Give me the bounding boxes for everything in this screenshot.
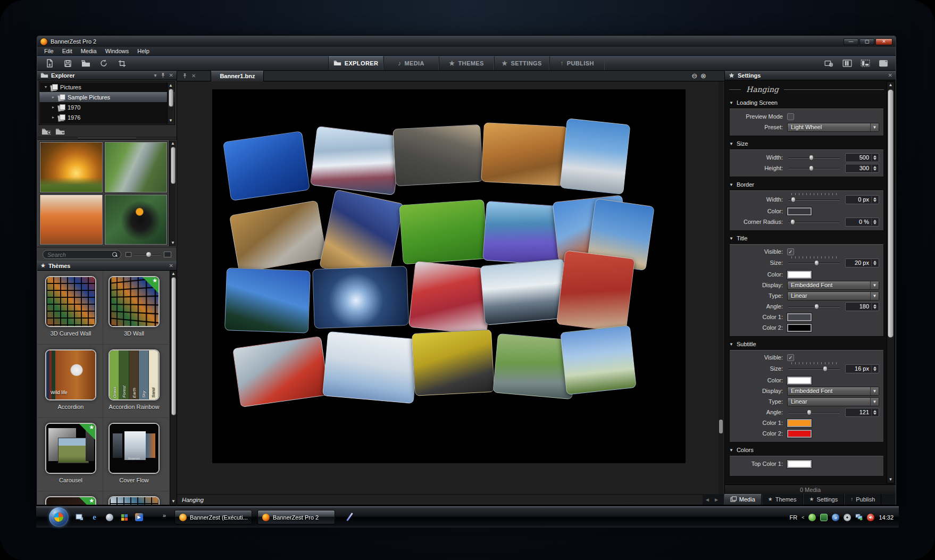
expander-closed-icon[interactable]: ▸ [51,105,55,110]
top-color1-swatch[interactable] [787,460,812,468]
title-color1-swatch[interactable] [787,313,812,321]
corner-radius-spinbox[interactable]: 0 % [845,218,879,227]
slider-handle[interactable] [791,197,796,203]
section-title[interactable]: ▼ Title [729,233,884,244]
thumbnail-size-slider[interactable] [126,252,171,257]
slider-handle[interactable] [790,219,795,225]
tray-network-icon[interactable] [855,514,863,521]
slider-handle[interactable] [814,260,819,266]
tray-disc-icon[interactable] [844,514,851,521]
tray-blue-a-icon[interactable]: a [832,514,839,521]
single-panel-toggle[interactable] [875,57,891,69]
slider-handle[interactable] [823,366,828,372]
add-folder-button[interactable] [41,128,52,135]
tab-settings[interactable]: ★ SETTINGS [494,56,549,70]
thumbnail-autumn-tree[interactable] [40,142,103,193]
title-color2-swatch[interactable] [787,324,812,332]
subtitle-size-spinbox[interactable]: 16 px [845,364,879,373]
start-button[interactable] [49,507,69,527]
border-color-swatch[interactable] [787,207,812,215]
menu-help[interactable]: Help [133,47,153,55]
tree-item-1976[interactable]: ▸ 1976 [39,112,174,122]
thumbnails-scrollbar[interactable]: ▲ ▼ [169,140,176,246]
collapse-triangle-icon[interactable]: ▼ [729,101,733,105]
theme-3d-wall[interactable]: 3D Wall [105,276,163,337]
banner-preview[interactable] [212,89,686,463]
section-border[interactable]: ▼ Border [729,179,884,190]
close-tab-icon[interactable]: ✕ [191,73,196,79]
collapse-preview-icon[interactable]: ⊖ [691,72,697,80]
border-width-slider[interactable] [788,196,840,203]
explorer-close-icon[interactable]: ✕ [169,73,173,78]
scroll-down-icon[interactable]: ▼ [169,118,173,124]
slider-handle[interactable] [807,409,812,415]
scroll-up-icon[interactable]: ▲ [171,271,176,277]
expander-closed-icon[interactable]: ▸ [51,95,55,99]
tree-item-pictures[interactable]: ▾ Pictures [39,82,174,92]
search-input[interactable] [46,251,112,258]
tray-green-square-icon[interactable] [820,514,828,521]
tab-media[interactable]: ♪ MEDIA [383,56,439,70]
border-width-spinbox[interactable]: 0 px [845,195,879,204]
subtitle-color-swatch[interactable] [787,377,812,385]
bottom-tab-publish[interactable]: ↑ Publish [844,494,881,505]
pin-icon[interactable] [182,73,187,79]
document-tab[interactable]: Banner1.bnz [211,71,264,81]
tabs-prev-icon[interactable]: ◄ [705,497,710,503]
collapse-triangle-icon[interactable]: ▼ [729,141,733,146]
tray-volume-muted-icon[interactable] [867,514,874,521]
scroll-down-icon[interactable]: ▼ [171,240,175,246]
title-display-dropdown[interactable]: Embedded Font▼ [787,281,879,290]
themes-scrollbar[interactable]: ▲ ▼ [170,271,177,505]
corner-radius-slider[interactable] [788,218,840,225]
scroll-down-icon[interactable]: ▼ [171,498,176,505]
tab-themes[interactable]: ★ THEMES [439,56,494,70]
title-color-swatch[interactable] [787,271,812,279]
slider-handle[interactable] [809,165,814,171]
preset-dropdown[interactable]: Light Wheel ▼ [787,123,879,132]
close-button[interactable]: ✕ [875,38,892,45]
scrollbar-thumb[interactable] [171,147,176,184]
height-spinbox[interactable]: 300 [845,164,879,173]
scroll-up-icon[interactable]: ▲ [889,82,893,88]
themes-close-icon[interactable]: ✕ [169,263,173,269]
refresh-button[interactable] [96,57,112,69]
scrollbar-thumb[interactable] [719,420,723,433]
title-size-slider[interactable] [788,259,840,266]
maximize-button[interactable]: ▢ [859,38,874,45]
bottom-tab-themes[interactable]: ★ Themes [762,494,803,505]
subtitle-angle-spinbox[interactable]: 121 [845,408,879,417]
collapse-triangle-icon[interactable]: ▼ [729,342,733,347]
tabs-next-icon[interactable]: ► [714,497,719,503]
title-size-spinbox[interactable]: 20 px [845,258,879,268]
height-slider[interactable] [788,164,840,172]
search-box[interactable] [43,250,121,259]
subtitle-visible-checkbox[interactable]: ✓ [787,354,794,361]
slider-handle[interactable] [814,304,819,310]
subtitle-angle-slider[interactable] [788,408,840,416]
tray-expand-icon[interactable]: < [802,515,804,520]
tree-scrollbar[interactable]: ▲ ▼ [167,82,174,124]
language-indicator[interactable]: FR [790,514,798,521]
theme-partial-right[interactable] [105,496,163,505]
slider-handle[interactable] [809,155,814,161]
tab-publish[interactable]: ↑ PUBLISH [549,56,605,70]
media-player-icon[interactable]: ▶ [134,512,144,522]
scroll-up-icon[interactable]: ▲ [171,140,175,147]
bottom-tab-settings[interactable]: ★ Settings [803,494,845,505]
subtitle-size-slider[interactable] [788,365,840,372]
size-slider-handle[interactable] [146,252,151,257]
taskbar-button-bannerzest-export[interactable]: BannerZest (Exécuti... [174,510,252,524]
minimize-button[interactable]: — [844,38,858,45]
scroll-up-icon[interactable]: ▲ [169,82,173,89]
crop-button[interactable] [114,57,130,69]
expander-closed-icon[interactable]: ▸ [51,115,55,120]
close-preview-icon[interactable]: ⊗ [700,72,706,80]
canvas-scrollbar[interactable] [719,81,723,494]
section-subtitle[interactable]: ▼ Subtitle [729,339,884,349]
media-center-icon[interactable] [104,512,114,522]
theme-accordion[interactable]: Wild life Accordion [42,349,99,410]
collapse-triangle-icon[interactable]: ▼ [729,236,733,241]
theme-partial-left[interactable] [42,496,99,505]
section-colors[interactable]: ▼ Colors [729,445,884,455]
